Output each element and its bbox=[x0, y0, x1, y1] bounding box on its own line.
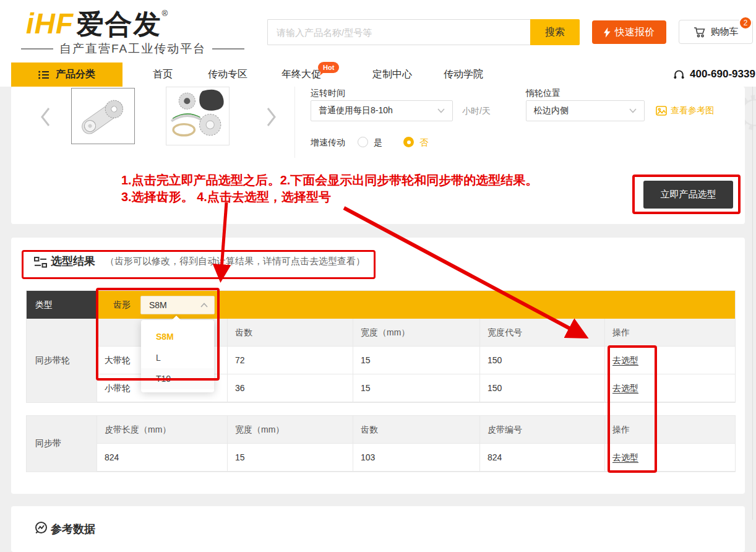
runtime-unit: 小时/天 bbox=[462, 106, 491, 117]
tagline-line bbox=[21, 48, 53, 50]
runtime-select[interactable]: 普通使用每日8-10h bbox=[311, 100, 453, 121]
tagline-line bbox=[212, 48, 244, 50]
results-title: 选型结果 bbox=[51, 254, 95, 269]
quick-quote-label: 快速报价 bbox=[615, 26, 655, 39]
go-select-link[interactable]: 去选型 bbox=[612, 383, 638, 393]
belt-group-cell: 同步带 bbox=[27, 416, 97, 472]
belt-table: 同步带 皮带长度（mm） 宽度（mm） 齿数 皮带编号 操作 824 15 10… bbox=[27, 416, 735, 472]
go-select-link[interactable]: 去选型 bbox=[612, 355, 638, 365]
chevron-down-icon bbox=[437, 108, 445, 113]
service-phone: 400-690-9339 bbox=[673, 62, 755, 87]
start-selection-button[interactable]: 立即产品选型 bbox=[643, 181, 733, 209]
go-select-link[interactable]: 去选型 bbox=[612, 452, 638, 462]
header: iHF 爱合发® 自产直营FA工业传动平台 搜索 快速报价 购物车 2 bbox=[0, 0, 756, 62]
product-category-label: 产品分类 bbox=[56, 68, 95, 81]
radio-yes[interactable] bbox=[358, 137, 368, 147]
belt-header-width: 宽度（mm） bbox=[228, 416, 353, 444]
dropdown-option-t10[interactable]: T10 bbox=[141, 368, 214, 389]
scrollbar[interactable] bbox=[752, 87, 755, 520]
picture-icon bbox=[656, 106, 667, 116]
selector-card: 运转时间 普通使用每日8-10h 小时/天 惰轮位置 松边内侧 查看参考图 增速… bbox=[11, 87, 745, 224]
nav-item-transmission-zone[interactable]: 传动专区 bbox=[208, 62, 247, 87]
logo-tagline: 自产直营FA工业传动平台 bbox=[21, 41, 244, 57]
analytics-icon bbox=[34, 521, 48, 535]
belt-header-code: 皮带编号 bbox=[480, 416, 605, 444]
belt-row-width: 15 bbox=[228, 444, 353, 472]
annotation-line-1: 1.点击完立即产品选型之后。2.下面会显示出同步带轮和同步带的选型结果。 bbox=[121, 172, 538, 189]
pulley-table: 类型 齿形 S8M 同步带轮 齿数 宽度（mm） 宽度代号 操作 大带轮 72 … bbox=[27, 291, 735, 402]
view-reference-label: 查看参考图 bbox=[671, 105, 714, 116]
carousel-next-button[interactable] bbox=[265, 106, 277, 127]
cart-badge: 2 bbox=[739, 16, 752, 30]
pulley-kit-image bbox=[166, 87, 229, 145]
nav-item-custom-center[interactable]: 定制中心 bbox=[372, 62, 412, 87]
pulley-group-cell: 同步带轮 bbox=[27, 319, 97, 402]
tooth-profile-label: 齿形 bbox=[113, 300, 131, 311]
pulley-row-width-code: 150 bbox=[480, 347, 605, 374]
tooth-profile-dropdown: S8M L T10 bbox=[141, 320, 214, 392]
reference-card: 参考数据 bbox=[11, 506, 745, 552]
dropdown-option-l[interactable]: L bbox=[141, 347, 214, 368]
chevron-down-icon bbox=[629, 108, 637, 113]
logo[interactable]: iHF 爱合发® bbox=[26, 6, 168, 43]
radio-yes-label[interactable]: 是 bbox=[374, 137, 382, 149]
pulley-header-action: 操作 bbox=[605, 319, 735, 347]
registered-mark: ® bbox=[162, 9, 168, 18]
type-header-cell: 类型 bbox=[27, 291, 97, 319]
belt-row-teeth: 103 bbox=[353, 444, 480, 472]
chevron-up-icon bbox=[200, 303, 208, 308]
logo-name: 爱合发 bbox=[77, 9, 162, 39]
pulley-header-width-code: 宽度代号 bbox=[480, 319, 605, 347]
hot-badge: Hot bbox=[318, 62, 339, 73]
idler-value: 松边内侧 bbox=[534, 105, 569, 116]
search-button[interactable]: 搜索 bbox=[530, 19, 580, 45]
tune-icon bbox=[34, 256, 47, 269]
runtime-value: 普通使用每日8-10h bbox=[319, 105, 393, 116]
annotation-line-2: 3.选择齿形。 4.点击去选型，选择型号 bbox=[121, 189, 331, 205]
results-card: 选型结果 （齿形可以修改，得到自动计算结果，详情可点击去选型查看） 类型 齿形 … bbox=[11, 238, 745, 494]
view-reference-link[interactable]: 查看参考图 bbox=[656, 105, 714, 116]
phone-number: 400-690-9339 bbox=[690, 68, 755, 80]
belt-header-length: 皮带长度（mm） bbox=[97, 416, 228, 444]
pulley-row-teeth: 36 bbox=[228, 374, 353, 402]
results-subtitle: （齿形可以修改，得到自动计算结果，详情可点击去选型查看） bbox=[105, 256, 365, 267]
pulley-row-teeth: 72 bbox=[228, 347, 353, 374]
idler-label: 惰轮位置 bbox=[526, 88, 561, 99]
nav-item-home[interactable]: 首页 bbox=[153, 62, 173, 87]
belt-row-action: 去选型 bbox=[605, 444, 735, 472]
dropdown-option-s8m[interactable]: S8M bbox=[141, 326, 214, 347]
lightning-icon bbox=[604, 27, 611, 38]
pulley-header-width: 宽度（mm） bbox=[353, 319, 480, 347]
runtime-label: 运转时间 bbox=[311, 88, 345, 99]
tooth-profile-value: S8M bbox=[149, 300, 167, 310]
pulley-row-width-code: 150 bbox=[480, 374, 605, 402]
carousel-prev-button[interactable] bbox=[40, 106, 52, 127]
page: iHF 爱合发® 自产直营FA工业传动平台 搜索 快速报价 购物车 2 产品分类… bbox=[0, 0, 756, 552]
pulley-row-width: 15 bbox=[353, 347, 480, 374]
quick-quote-button[interactable]: 快速报价 bbox=[592, 20, 666, 44]
belt-drive-image bbox=[72, 88, 134, 144]
belt-header-action: 操作 bbox=[605, 416, 735, 444]
pulley-row-action: 去选型 bbox=[605, 374, 735, 402]
cart-label: 购物车 bbox=[711, 26, 739, 38]
product-category-button[interactable]: 产品分类 bbox=[11, 63, 122, 87]
main-nav: 产品分类 首页 传动专区 年终大促 Hot 定制中心 传动学院 400-690-… bbox=[0, 62, 756, 87]
nav-item-year-end-sale[interactable]: 年终大促 bbox=[281, 62, 321, 87]
logo-ihf: iHF bbox=[26, 7, 74, 40]
radio-no-label[interactable]: 否 bbox=[419, 137, 428, 149]
tooth-profile-select[interactable]: S8M bbox=[140, 296, 215, 314]
belt-row-length: 824 bbox=[97, 444, 228, 472]
pulley-header-teeth: 齿数 bbox=[228, 319, 353, 347]
idler-select[interactable]: 松边内侧 bbox=[526, 100, 645, 121]
divider bbox=[294, 87, 295, 158]
product-thumbnail-selected[interactable] bbox=[71, 88, 135, 144]
search-input[interactable] bbox=[267, 19, 530, 45]
product-thumbnail[interactable] bbox=[166, 87, 230, 145]
nav-item-transmission-academy[interactable]: 传动学院 bbox=[444, 62, 483, 87]
radio-no[interactable] bbox=[403, 137, 414, 147]
belt-row-code: 824 bbox=[480, 444, 605, 472]
belt-header-teeth: 齿数 bbox=[353, 416, 480, 444]
category-list-icon bbox=[38, 71, 49, 79]
cart-icon bbox=[694, 27, 706, 38]
tooth-profile-bar: 齿形 S8M bbox=[97, 291, 735, 319]
